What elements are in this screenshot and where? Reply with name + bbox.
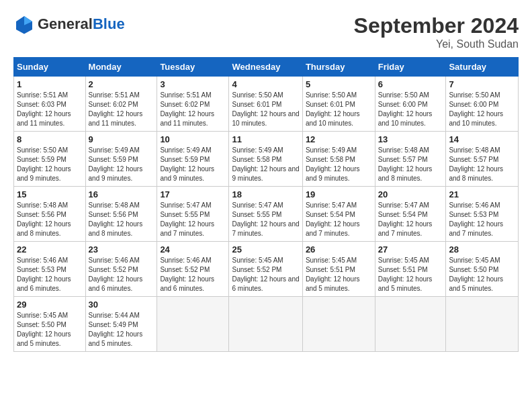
calendar-cell: 9Sunrise: 5:49 AM Sunset: 5:59 PM Daylig… [85, 132, 157, 187]
day-info: Sunrise: 5:49 AM Sunset: 5:59 PM Dayligh… [89, 146, 154, 183]
calendar-cell: 28Sunrise: 5:45 AM Sunset: 5:50 PM Dayli… [446, 242, 519, 297]
day-number: 22 [17, 244, 83, 255]
day-number: 20 [378, 189, 443, 199]
day-number: 4 [232, 79, 299, 89]
calendar-cell [446, 297, 519, 352]
logo-general-text: General [38, 15, 93, 33]
day-number: 13 [378, 134, 443, 144]
calendar-cell: 29Sunrise: 5:45 AM Sunset: 5:50 PM Dayli… [14, 297, 86, 352]
day-number: 24 [160, 244, 226, 255]
day-info: Sunrise: 5:50 AM Sunset: 6:01 PM Dayligh… [232, 91, 299, 128]
day-number: 10 [160, 134, 226, 144]
calendar-week-row: 1Sunrise: 5:51 AM Sunset: 6:03 PM Daylig… [14, 77, 519, 132]
calendar-cell: 12Sunrise: 5:49 AM Sunset: 5:58 PM Dayli… [302, 132, 375, 187]
day-info: Sunrise: 5:45 AM Sunset: 5:52 PM Dayligh… [232, 256, 299, 293]
day-info: Sunrise: 5:46 AM Sunset: 5:52 PM Dayligh… [160, 256, 226, 293]
day-number: 2 [89, 79, 154, 89]
calendar-cell: 10Sunrise: 5:49 AM Sunset: 5:59 PM Dayli… [157, 132, 229, 187]
day-number: 12 [306, 134, 372, 144]
day-info: Sunrise: 5:49 AM Sunset: 5:59 PM Dayligh… [160, 146, 226, 183]
calendar-cell: 14Sunrise: 5:48 AM Sunset: 5:57 PM Dayli… [446, 132, 519, 187]
calendar-cell: 25Sunrise: 5:45 AM Sunset: 5:52 PM Dayli… [229, 242, 302, 297]
col-tuesday: Tuesday [157, 58, 229, 77]
calendar-cell: 18Sunrise: 5:47 AM Sunset: 5:55 PM Dayli… [229, 187, 302, 242]
day-info: Sunrise: 5:47 AM Sunset: 5:55 PM Dayligh… [160, 201, 226, 238]
col-friday: Friday [375, 58, 446, 77]
day-number: 18 [232, 189, 299, 199]
calendar-week-row: 15Sunrise: 5:48 AM Sunset: 5:56 PM Dayli… [14, 187, 519, 242]
day-number: 25 [232, 244, 299, 255]
day-number: 23 [89, 244, 154, 255]
calendar-cell: 3Sunrise: 5:51 AM Sunset: 6:02 PM Daylig… [157, 77, 229, 132]
calendar-cell: 27Sunrise: 5:45 AM Sunset: 5:51 PM Dayli… [375, 242, 446, 297]
day-info: Sunrise: 5:46 AM Sunset: 5:53 PM Dayligh… [449, 201, 515, 238]
day-number: 3 [160, 79, 226, 89]
day-info: Sunrise: 5:45 AM Sunset: 5:50 PM Dayligh… [449, 256, 515, 293]
day-number: 8 [17, 134, 83, 144]
col-sunday: Sunday [14, 58, 86, 77]
calendar-cell: 6Sunrise: 5:50 AM Sunset: 6:00 PM Daylig… [375, 77, 446, 132]
day-number: 5 [306, 79, 372, 89]
day-info: Sunrise: 5:50 AM Sunset: 6:01 PM Dayligh… [306, 91, 372, 128]
day-number: 1 [17, 79, 83, 89]
logo-blue-text: Blue [93, 15, 125, 33]
day-number: 6 [378, 79, 443, 89]
calendar-cell: 15Sunrise: 5:48 AM Sunset: 5:56 PM Dayli… [14, 187, 86, 242]
calendar-cell: 22Sunrise: 5:46 AM Sunset: 5:53 PM Dayli… [14, 242, 86, 297]
calendar-cell: 11Sunrise: 5:49 AM Sunset: 5:58 PM Dayli… [229, 132, 302, 187]
calendar-cell: 21Sunrise: 5:46 AM Sunset: 5:53 PM Dayli… [446, 187, 519, 242]
col-wednesday: Wednesday [229, 58, 302, 77]
calendar-cell: 2Sunrise: 5:51 AM Sunset: 6:02 PM Daylig… [85, 77, 157, 132]
calendar-cell: 30Sunrise: 5:44 AM Sunset: 5:49 PM Dayli… [85, 297, 157, 352]
col-saturday: Saturday [446, 58, 519, 77]
day-info: Sunrise: 5:50 AM Sunset: 6:00 PM Dayligh… [449, 91, 515, 128]
calendar-cell: 1Sunrise: 5:51 AM Sunset: 6:03 PM Daylig… [14, 77, 86, 132]
day-info: Sunrise: 5:50 AM Sunset: 6:00 PM Dayligh… [378, 91, 443, 128]
calendar-week-row: 22Sunrise: 5:46 AM Sunset: 5:53 PM Dayli… [14, 242, 519, 297]
day-number: 15 [17, 189, 83, 199]
day-info: Sunrise: 5:50 AM Sunset: 5:59 PM Dayligh… [17, 146, 83, 183]
calendar-cell: 19Sunrise: 5:47 AM Sunset: 5:54 PM Dayli… [302, 187, 375, 242]
day-number: 27 [378, 244, 443, 255]
calendar-cell: 24Sunrise: 5:46 AM Sunset: 5:52 PM Dayli… [157, 242, 229, 297]
day-info: Sunrise: 5:47 AM Sunset: 5:54 PM Dayligh… [378, 201, 443, 238]
calendar-week-row: 8Sunrise: 5:50 AM Sunset: 5:59 PM Daylig… [14, 132, 519, 187]
calendar-table: Sunday Monday Tuesday Wednesday Thursday… [13, 57, 519, 352]
page-header: GeneralBlue September 2024 Yei, South Su… [13, 13, 519, 50]
logo: GeneralBlue [13, 13, 125, 35]
day-info: Sunrise: 5:51 AM Sunset: 6:03 PM Dayligh… [17, 91, 83, 128]
day-number: 7 [449, 79, 515, 89]
calendar-cell: 17Sunrise: 5:47 AM Sunset: 5:55 PM Dayli… [157, 187, 229, 242]
day-number: 30 [89, 300, 154, 310]
calendar-week-row: 29Sunrise: 5:45 AM Sunset: 5:50 PM Dayli… [14, 297, 519, 352]
day-info: Sunrise: 5:44 AM Sunset: 5:49 PM Dayligh… [89, 311, 154, 349]
calendar-cell [157, 297, 229, 352]
day-number: 11 [232, 134, 299, 144]
month-title: September 2024 [354, 13, 519, 38]
day-info: Sunrise: 5:45 AM Sunset: 5:51 PM Dayligh… [306, 256, 372, 293]
calendar-cell: 13Sunrise: 5:48 AM Sunset: 5:57 PM Dayli… [375, 132, 446, 187]
calendar-cell [375, 297, 446, 352]
calendar-cell: 26Sunrise: 5:45 AM Sunset: 5:51 PM Dayli… [302, 242, 375, 297]
day-number: 19 [306, 189, 372, 199]
location-subtitle: Yei, South Sudan [354, 38, 519, 50]
day-number: 21 [449, 189, 515, 199]
day-info: Sunrise: 5:48 AM Sunset: 5:56 PM Dayligh… [89, 201, 154, 238]
day-info: Sunrise: 5:48 AM Sunset: 5:57 PM Dayligh… [449, 146, 515, 183]
day-number: 9 [89, 134, 154, 144]
calendar-cell: 4Sunrise: 5:50 AM Sunset: 6:01 PM Daylig… [229, 77, 302, 132]
day-number: 29 [17, 300, 83, 310]
day-info: Sunrise: 5:45 AM Sunset: 5:51 PM Dayligh… [378, 256, 443, 293]
day-info: Sunrise: 5:47 AM Sunset: 5:54 PM Dayligh… [306, 201, 372, 238]
day-info: Sunrise: 5:49 AM Sunset: 5:58 PM Dayligh… [232, 146, 299, 183]
title-block: September 2024 Yei, South Sudan [354, 13, 519, 50]
calendar-cell: 5Sunrise: 5:50 AM Sunset: 6:01 PM Daylig… [302, 77, 375, 132]
calendar-cell [302, 297, 375, 352]
day-number: 17 [160, 189, 226, 199]
calendar-header-row: Sunday Monday Tuesday Wednesday Thursday… [14, 58, 519, 77]
day-info: Sunrise: 5:45 AM Sunset: 5:50 PM Dayligh… [17, 311, 83, 349]
logo-icon [13, 13, 35, 35]
day-number: 26 [306, 244, 372, 255]
day-number: 28 [449, 244, 515, 255]
day-info: Sunrise: 5:47 AM Sunset: 5:55 PM Dayligh… [232, 201, 299, 238]
